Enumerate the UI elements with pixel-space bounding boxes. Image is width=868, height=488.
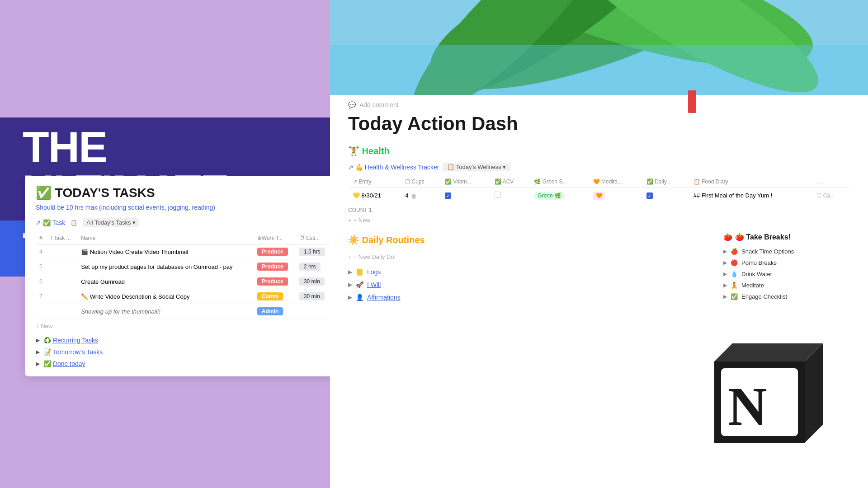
- svg-rect-6: [330, 45, 868, 95]
- break-meditate[interactable]: ▶ 🧘 Meditate: [723, 280, 850, 291]
- cell-acv: [490, 188, 529, 203]
- col-hash: #: [36, 232, 47, 244]
- take-breaks-header: 🍅 🍅 Take Breaks!: [723, 233, 850, 241]
- task-panel-title: ✅ TODAY'S TASKS: [36, 185, 351, 200]
- engage-icon: ✅: [731, 293, 738, 300]
- plus-icon: +: [348, 253, 352, 260]
- svg-marker-8: [714, 343, 823, 361]
- col-daily: ✅ Daily...: [642, 176, 689, 188]
- snack-label[interactable]: Snack Time Options: [741, 248, 794, 255]
- chevron-right-icon: ▶: [348, 294, 352, 300]
- notion-n-block: N: [696, 334, 823, 461]
- health-db-link[interactable]: ↗ 💪 Health & Wellness Tracker: [348, 164, 439, 171]
- page-title: Today Action Dash: [348, 113, 850, 135]
- cell-ca: ☐ Ca...: [812, 188, 850, 203]
- plus-icon: +: [348, 217, 352, 224]
- chevron-right-icon: ▶: [36, 337, 40, 343]
- chevron-right-icon: ▶: [723, 260, 727, 266]
- col-medita: 🧡 Medita...: [589, 176, 642, 188]
- tomorrow-tasks-toggle[interactable]: ▶ 📝 Tomorrow's Tasks: [36, 348, 351, 356]
- left-panel: THE ULTIMATE TO-DO LIST ✅ TODAY'S TASKS …: [0, 0, 330, 488]
- water-icon: 💧: [731, 271, 738, 277]
- cell-date: 💛 8/30/21: [348, 188, 401, 203]
- logs-icon: 📒: [356, 268, 363, 276]
- col-work: ⊕Work T...: [254, 232, 296, 244]
- palm-illustration: [330, 0, 868, 95]
- add-new-task[interactable]: + New: [36, 323, 351, 329]
- health-title: 🏋️ Health: [348, 145, 390, 156]
- task-link-row[interactable]: ↗ ✅ Task 📋 All Today's Tasks ▾: [36, 218, 351, 227]
- task-link[interactable]: ↗ ✅ Task: [36, 219, 65, 226]
- task-table: # ! Task ... Name ⊕Work T... ⏱ Esti... 📅…: [36, 232, 351, 319]
- cell-cups: 4 🍵: [401, 188, 440, 203]
- meditate-label[interactable]: Meditate: [741, 282, 764, 289]
- pomo-icon: 🔴: [731, 259, 738, 266]
- right-panel: 💬 Add comment Today Action Dash 🏋️ Healt…: [330, 0, 868, 488]
- notion-cube-svg: N: [696, 334, 823, 461]
- health-view-label[interactable]: 📋 Today's Wellness ▾: [443, 163, 510, 171]
- col-food: 📋 Food Diary: [689, 176, 812, 188]
- break-water[interactable]: ▶ 💧 Drink Water: [723, 268, 850, 280]
- add-comment-label[interactable]: Add comment: [359, 101, 398, 108]
- col-acv: ✅ ACV: [490, 176, 529, 188]
- col-cups: ☐ Cups: [401, 176, 440, 188]
- chevron-right-icon: ▶: [723, 271, 727, 277]
- col-entry: ↗ Entry: [348, 176, 401, 188]
- engage-label[interactable]: Engage Checklist: [741, 293, 787, 300]
- add-new-health[interactable]: + + New: [348, 215, 850, 225]
- health-table: ↗ Entry ☐ Cups ✅ Vitam... ✅ ACV 🌿 Green …: [348, 176, 850, 203]
- add-comment-area[interactable]: 💬 Add comment: [348, 95, 850, 113]
- chevron-right-icon: ▶: [723, 282, 727, 288]
- table-row[interactable]: 💛 8/30/21 4 🍵 ✓ Green 🌿 🧡 ✓ ## First Mea…: [348, 188, 850, 203]
- snack-icon: 🍎: [731, 248, 738, 255]
- chevron-right-icon: ▶: [36, 361, 40, 367]
- meditate-icon: 🧘: [731, 282, 738, 289]
- table-row[interactable]: 5 Set up my product pages for databases …: [36, 259, 351, 274]
- chevron-right-icon: ▶: [348, 282, 352, 288]
- cell-daily: ✓: [642, 188, 689, 203]
- col-green: 🌿 Green S...: [529, 176, 588, 188]
- page-cover: [330, 0, 868, 95]
- pomo-label[interactable]: Pomo Breaks: [741, 259, 777, 266]
- affirmations-icon: 👤: [356, 294, 363, 301]
- task-panel: ✅ TODAY'S TASKS Should be 10 hrs max (in…: [25, 176, 362, 376]
- tomorrow-tasks-label: 📝 Tomorrow's Tasks: [43, 348, 103, 356]
- break-pomo[interactable]: ▶ 🔴 Pomo Breaks: [723, 257, 850, 268]
- done-today-toggle[interactable]: ▶ ✅ Done today: [36, 360, 351, 367]
- col-name: Name: [77, 232, 254, 244]
- comment-icon: 💬: [348, 101, 356, 108]
- chevron-right-icon: ▶: [348, 269, 352, 275]
- iwill-label[interactable]: I Will: [367, 281, 381, 288]
- water-label[interactable]: Drink Water: [741, 271, 772, 277]
- filter-label[interactable]: All Today's Tasks ▾: [83, 218, 139, 227]
- iwill-icon: 🚀: [356, 281, 363, 288]
- cell-green: Green 🌿: [529, 188, 588, 203]
- health-section-header: 🏋️ Health: [348, 145, 850, 156]
- cell-food: ## First Meal of the Day Yum !: [689, 188, 812, 203]
- take-breaks-panel: 🍅 🍅 Take Breaks! ▶ 🍎 Snack Time Options …: [723, 233, 850, 302]
- recurring-tasks-toggle[interactable]: ▶ ♻️ Recurring Tasks: [36, 337, 351, 344]
- daily-routines-title: ☀️ Daily Routines: [348, 235, 425, 245]
- bookmark-icon: [688, 90, 696, 113]
- col-est: ⏱ Esti...: [296, 232, 332, 244]
- logs-label[interactable]: Logs: [367, 268, 381, 276]
- table-row[interactable]: Showing up for the thumbnail!! Admin Aug: [36, 304, 351, 319]
- col-task: ! Task ...: [47, 232, 77, 244]
- affirmations-label[interactable]: Affirmations: [367, 294, 401, 301]
- count-label: COUNT 1: [348, 207, 850, 213]
- chevron-right-icon: ▶: [36, 349, 40, 355]
- table-row[interactable]: 6 Create Gumroad Produce 30 min Aug: [36, 274, 351, 289]
- chevron-right-icon: ▶: [723, 294, 727, 300]
- health-db-link-row[interactable]: ↗ 💪 Health & Wellness Tracker 📋 Today's …: [348, 163, 850, 171]
- health-section: 🏋️ Health ↗ 💪 Health & Wellness Tracker …: [348, 145, 850, 225]
- chevron-right-icon: ▶: [723, 249, 727, 254]
- done-today-label: ✅ Done today: [43, 360, 85, 367]
- break-snack[interactable]: ▶ 🍎 Snack Time Options: [723, 246, 850, 257]
- table-row[interactable]: 4 🎬 Notion Video Create Video Thumbnail …: [36, 244, 351, 259]
- col-more: ...: [812, 176, 850, 188]
- take-breaks-title: 🍅 Take Breaks!: [735, 233, 791, 241]
- recurring-tasks-label: ♻️ Recurring Tasks: [43, 337, 98, 344]
- svg-text:N: N: [728, 376, 767, 436]
- break-engage[interactable]: ▶ ✅ Engage Checklist: [723, 291, 850, 302]
- table-row[interactable]: 7 ✏️ Write Video Description & Social Co…: [36, 289, 351, 304]
